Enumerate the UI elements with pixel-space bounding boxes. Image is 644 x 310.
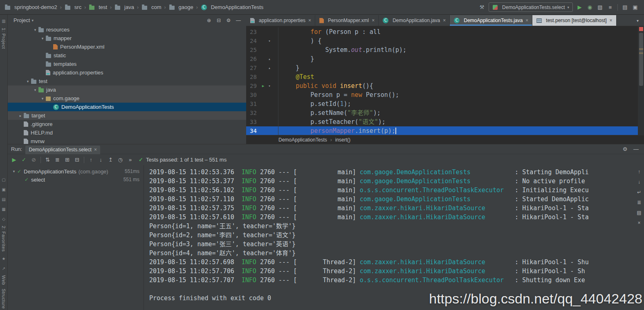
scroll-to-end-button[interactable]: ≣	[635, 199, 643, 206]
tree-item-templates[interactable]: templates	[8, 60, 246, 68]
project-panel-title[interactable]: Project	[13, 17, 30, 23]
code-line-24[interactable]: 24▾ ) {	[246, 36, 638, 45]
test-tree-item-demoapplicationtests[interactable]: ▾✓DemoApplicationTests (com.gaoge)551ms	[8, 167, 144, 175]
code-line-28[interactable]: 28 @Test	[246, 72, 638, 81]
chevron-down-icon[interactable]: ▾	[31, 18, 34, 22]
tool-window-project-button[interactable]: 1: Project	[1, 28, 6, 49]
code-line-26[interactable]: 26▴ }	[246, 54, 638, 63]
code-line-23[interactable]: 23 for (Person p : all	[246, 27, 638, 36]
previous-occurrence-button[interactable]: ↑	[86, 155, 96, 164]
console-output[interactable]: 2019-08-15 11:02:53.376 INFO 2760 --- [ …	[144, 165, 634, 310]
tool-window-web-button[interactable]: Web	[1, 275, 6, 285]
collapse-all-button[interactable]: ⊟	[214, 16, 223, 25]
run-tab[interactable]: DemoApplicationTests.select ×	[25, 146, 100, 154]
expander-icon[interactable]: ▾	[32, 88, 38, 92]
editor-tab-application-properties[interactable]: application.properties×	[246, 15, 315, 26]
tree-item-test[interactable]: ▾test	[8, 77, 246, 85]
hide-panel-button[interactable]: —	[631, 145, 641, 154]
close-icon[interactable]: ×	[443, 18, 446, 23]
test-history-button[interactable]: ◷	[116, 155, 125, 164]
tree-item-mvnw[interactable]: mvnw	[8, 137, 246, 144]
tool-windows-button[interactable]: ▤	[620, 3, 630, 12]
tool-stripe-icon[interactable]: ▤	[2, 196, 5, 202]
scroll-to-top-button[interactable]: ↑	[635, 168, 643, 175]
editor-tab-test-person-test-localhost[interactable]: test.person [test@localhost]×	[532, 15, 616, 26]
close-icon[interactable]: ×	[94, 147, 97, 153]
settings-gear-button[interactable]: ⚙	[620, 145, 630, 154]
code-line-25[interactable]: 25 System.out.println(p);	[246, 45, 638, 54]
hide-panel-button[interactable]: —	[234, 16, 243, 25]
rerun-failed-tests-button[interactable]: ✓	[19, 155, 29, 164]
code-line-33[interactable]: 33 p.setTeacher("语文");	[246, 117, 638, 126]
tree-item-java[interactable]: ▾java	[8, 85, 246, 94]
stop-button[interactable]: ■	[606, 3, 615, 12]
star-icon[interactable]: ★	[2, 256, 6, 262]
tree-item-resources[interactable]: ▾resources	[8, 25, 246, 34]
close-icon[interactable]: ×	[525, 18, 528, 23]
tree-item-application-properties[interactable]: application.properties	[8, 68, 246, 77]
tree-item-com-gaoge[interactable]: ▾com.gaoge	[8, 94, 246, 103]
fold-icon[interactable]: ▾	[267, 81, 272, 90]
tool-stripe-icon[interactable]: ▢	[2, 177, 5, 183]
breadcrumb-item-demoapplicationtests[interactable]: DemoApplicationTests	[200, 3, 265, 11]
next-occurrence-button[interactable]: ↓	[96, 155, 105, 164]
editor-scrollbar[interactable]	[638, 26, 644, 135]
code-line-34[interactable]: 34 personMapper.insert(p);	[246, 126, 638, 135]
breadcrumb-method[interactable]: insert()	[335, 137, 350, 143]
close-icon[interactable]: ×	[610, 18, 613, 23]
expander-icon[interactable]: ▾	[32, 28, 38, 32]
more-chevron-icon[interactable]: »	[126, 155, 135, 164]
tree-item-personmapper-xml[interactable]: PersonMapper.xml	[8, 43, 246, 51]
breadcrumb-item-src[interactable]: src	[63, 3, 83, 11]
scroll-to-bottom-button[interactable]: ↓	[635, 179, 643, 185]
clear-all-button[interactable]: ×	[635, 220, 643, 226]
tab-list-chevron-icon[interactable]: ▾	[633, 16, 642, 25]
tree-item-demoapplicationtests[interactable]: DemoApplicationTests	[8, 103, 246, 111]
tree-item-gitignore[interactable]: .gitignore	[8, 120, 246, 128]
code-line-29[interactable]: 29▶▾ public void insert(){	[246, 81, 638, 90]
close-icon[interactable]: ×	[372, 18, 375, 23]
rerun-button[interactable]: ▶	[9, 155, 19, 164]
run-test-icon[interactable]: ▶	[260, 81, 267, 90]
editor-tab-demoapplicationtests-java[interactable]: DemoApplicationTests.java×	[450, 15, 532, 26]
cursor-arrow-icon[interactable]: ↗	[2, 265, 5, 272]
tool-stripe-icon[interactable]: ▣	[2, 186, 5, 193]
settings-gear-button[interactable]: ⚙	[224, 16, 233, 25]
tree-item-mapper[interactable]: ▾mapper	[8, 34, 246, 43]
breadcrumb-item-gaoge[interactable]: gaoge	[168, 3, 195, 11]
debug-button[interactable]: ◉	[585, 3, 595, 12]
expand-all-button[interactable]: ⊞	[63, 155, 72, 164]
tool-stripe-icon[interactable]: ▦	[2, 206, 5, 212]
expander-icon[interactable]: ▸	[18, 114, 23, 118]
tool-window-favorites-button[interactable]: 2: Favorites	[1, 226, 6, 252]
scrollbar-thumb[interactable]	[639, 33, 643, 86]
editor-tab-personmapper-xml[interactable]: PersonMapper.xml×	[315, 15, 379, 26]
breadcrumb-item-com[interactable]: com	[140, 3, 163, 11]
breadcrumb-item-test[interactable]: test	[88, 3, 108, 11]
code-line-30[interactable]: 30 Person p = new Person();	[246, 90, 638, 99]
tool-window-structure-button[interactable]: Structure	[1, 289, 6, 309]
sort-alphabetically-button[interactable]: ⇅	[43, 155, 52, 164]
test-tree-item-select[interactable]: ✓select551 ms	[8, 175, 144, 184]
run-button[interactable]: ▶	[575, 3, 584, 12]
breadcrumb-item-java[interactable]: java	[113, 3, 135, 11]
stop-button[interactable]: ⊘	[29, 155, 38, 164]
select-opened-file-button[interactable]: ⊕	[204, 16, 213, 25]
breadcrumb-item-springboot-demo2[interactable]: springboot-demo2	[3, 3, 58, 11]
editor-tab-demoapplication-java[interactable]: DemoApplication.java×	[379, 15, 450, 26]
breadcrumb-class[interactable]: DemoApplicationTests	[278, 137, 327, 143]
import-test-results-button[interactable]: ↥	[106, 155, 115, 164]
collapse-all-button[interactable]: ⊟	[72, 155, 82, 164]
expander-icon[interactable]: ▾	[11, 169, 17, 173]
fold-icon[interactable]: ▴	[267, 63, 272, 72]
expander-icon[interactable]: ▾	[40, 97, 45, 101]
tool-stripe-icon[interactable]: ◇	[2, 216, 5, 222]
expander-icon[interactable]: ▾	[40, 36, 45, 40]
tree-item-static[interactable]: static	[8, 51, 246, 60]
code-line-31[interactable]: 31 p.setId(1);	[246, 99, 638, 108]
fold-icon[interactable]: ▴	[267, 54, 272, 63]
code-line-27[interactable]: 27▴ }	[246, 63, 638, 72]
code-line-32[interactable]: 32 p.setName("李老师");	[246, 108, 638, 117]
fold-icon[interactable]: ▾	[267, 36, 272, 45]
close-icon[interactable]: ×	[308, 18, 311, 23]
